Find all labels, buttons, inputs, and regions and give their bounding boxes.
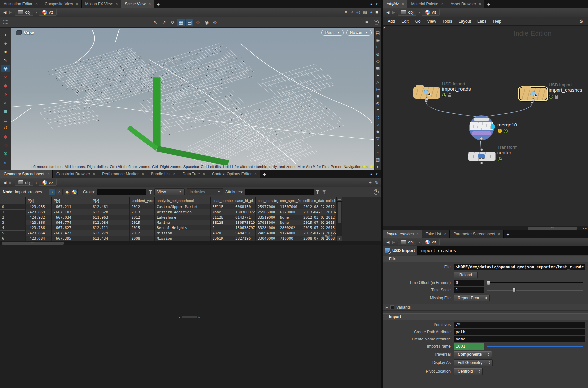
- paint-mix-icon[interactable]: ◐: [1, 99, 10, 107]
- table-cell[interactable]: 2015-07: [324, 225, 337, 230]
- table-cell[interactable]: 5484351: [233, 230, 256, 236]
- path-history-icon[interactable]: ▼: [344, 10, 348, 15]
- scrollbar-handle[interactable]: ⠿⠿: [528, 227, 577, 230]
- camera-icon[interactable]: ◉: [203, 19, 211, 26]
- radial-menu-icon[interactable]: ◎: [356, 10, 360, 15]
- table-cell[interactable]: -423.786: [26, 225, 52, 230]
- back-icon[interactable]: ◀: [386, 240, 389, 244]
- group-filter-icon[interactable]: [148, 190, 152, 194]
- viewport-canvas[interactable]: View Persp ▼ No cam ▼: [11, 28, 374, 170]
- table-cell[interactable]: -423.935: [26, 204, 52, 209]
- close-icon[interactable]: ×: [441, 2, 444, 6]
- table-cell[interactable]: 2015: [130, 225, 155, 230]
- spinner-icon[interactable]: ▲▼: [476, 368, 482, 375]
- table-cell[interactable]: 33040000: [256, 236, 278, 241]
- secure-selection-icon[interactable]: ◉: [1, 65, 10, 72]
- table-cell[interactable]: 2008: [130, 236, 155, 241]
- close-icon[interactable]: ×: [444, 232, 446, 236]
- table-cell[interactable]: -667.395: [52, 236, 91, 241]
- scrollbar-handle[interactable]: [338, 202, 341, 223]
- table-cell[interactable]: 3827196: [233, 236, 256, 241]
- menu-item[interactable]: Edit: [398, 19, 412, 24]
- breadcrumb-viz[interactable]: viz: [422, 9, 440, 16]
- view-half-icon[interactable]: ◑: [377, 142, 379, 149]
- attributes-filter-alt-icon[interactable]: [322, 190, 326, 194]
- table-cell[interactable]: 716000: [278, 236, 301, 241]
- column-overflow-icon[interactable]: ⋯: [337, 197, 342, 202]
- view-cross-icon[interactable]: ⊗: [376, 100, 380, 107]
- table-cell[interactable]: 6270000: [278, 209, 301, 215]
- menu-item[interactable]: Layout: [456, 19, 475, 24]
- scroll-left-icon[interactable]: ◂: [583, 227, 584, 230]
- table-cell[interactable]: 2015-07-02T: [301, 220, 324, 225]
- variants-section[interactable]: ▶ Variants: [383, 304, 588, 311]
- table-cell[interactable]: None: [278, 220, 301, 225]
- help-icon[interactable]: ?: [374, 20, 379, 25]
- material-sphere-icon[interactable]: ●: [370, 10, 373, 15]
- pose-tool-icon[interactable]: ◖: [1, 30, 10, 38]
- vertical-scrollbar[interactable]: ⋯ ▼: [337, 197, 342, 241]
- table-cell[interactable]: 6143771: [233, 215, 256, 220]
- breadcrumb-viz[interactable]: viz: [39, 179, 57, 186]
- display-as-dropdown[interactable]: Full Geometry ▲▼: [454, 359, 493, 366]
- radial-menu-icon[interactable]: ◎: [375, 180, 378, 185]
- time-offset-slider[interactable]: [487, 281, 583, 285]
- view-box-icon[interactable]: □: [377, 44, 379, 50]
- view-grid-icon[interactable]: ▤: [376, 29, 380, 36]
- snapping-off-icon[interactable]: ⊘: [194, 19, 202, 26]
- row-index-cell[interactable]: 1: [0, 209, 26, 215]
- wrench-icon[interactable]: ⚙: [579, 19, 583, 24]
- pivot-location-dropdown[interactable]: Centroid ▲▼: [454, 368, 483, 375]
- forward-icon[interactable]: ▶: [392, 240, 395, 244]
- input-connector[interactable]: [480, 148, 483, 151]
- table-cell[interactable]: 27015000: [256, 220, 278, 225]
- table-cell[interactable]: 612.461: [91, 204, 130, 209]
- row-index-cell[interactable]: 6: [0, 236, 26, 241]
- column-header[interactable]: accident_year: [130, 197, 155, 204]
- column-header[interactable]: collision_date: [301, 197, 324, 204]
- node-merge10[interactable]: [469, 115, 494, 140]
- pane-display-icon[interactable]: ■: [370, 2, 372, 6]
- create-path-attribute-input[interactable]: path: [454, 329, 585, 335]
- pane-tab[interactable]: Data Tree ×: [179, 170, 209, 178]
- lasso-select-icon[interactable]: ↺: [169, 19, 176, 26]
- breadcrumb-obj[interactable]: obj: [15, 9, 33, 16]
- table-cell[interactable]: 25966000: [256, 209, 278, 215]
- paint-ball-tool-icon[interactable]: ●: [1, 48, 10, 55]
- table-cell[interactable]: -667.627: [52, 225, 91, 230]
- close-icon[interactable]: ×: [47, 172, 50, 176]
- output-connector[interactable]: [480, 137, 483, 140]
- table-cell[interactable]: 612.628: [91, 209, 130, 215]
- time-scale-input[interactable]: 1: [454, 287, 484, 293]
- rig-red-icon[interactable]: ◑: [1, 90, 10, 98]
- view-points-icon[interactable]: ∷: [376, 114, 379, 121]
- orbit-tool-icon[interactable]: ↺: [1, 124, 10, 132]
- pin-icon[interactable]: ⌖: [351, 10, 353, 15]
- pane-display-icon[interactable]: ■: [370, 172, 372, 176]
- view-moon-icon[interactable]: ◐: [377, 163, 379, 170]
- close-icon[interactable]: ×: [498, 232, 500, 236]
- network-horizontal-scrollbar[interactable]: ⠿⠿ ◂ ▸: [383, 226, 588, 230]
- table-cell[interactable]: 2013-04: [324, 209, 337, 215]
- table-cell[interactable]: -667.034: [52, 215, 91, 220]
- table-row[interactable]: 3-423.866-666.774612.9842015Marina3E12E1…: [0, 220, 381, 225]
- close-icon[interactable]: ×: [479, 2, 481, 6]
- view-tri-down-icon[interactable]: ▽: [376, 135, 380, 142]
- breadcrumb-viz[interactable]: viz: [39, 9, 57, 16]
- pane-tab[interactable]: Parameter Spreadsheet ×: [450, 230, 503, 238]
- attributes-input[interactable]: [245, 189, 314, 195]
- breadcrumb-obj[interactable]: obj: [15, 179, 33, 186]
- spinner-icon[interactable]: ▲▼: [486, 360, 492, 366]
- box-tool-icon[interactable]: ■: [1, 107, 10, 115]
- globe-tool-icon[interactable]: ◐: [1, 158, 10, 166]
- view-small-icon[interactable]: ▫: [377, 149, 379, 156]
- add-tab-button[interactable]: +: [504, 230, 512, 238]
- pane-tab[interactable]: Composite View ×: [41, 0, 82, 8]
- column-header[interactable]: cnn_sgmt_fkey: [278, 197, 301, 204]
- create-name-attribute-input[interactable]: name: [454, 336, 585, 342]
- table-cell[interactable]: 25977000: [256, 204, 278, 209]
- view-dropdown[interactable]: View▼: [154, 188, 185, 195]
- table-cell[interactable]: 2013-04-13T: [301, 209, 324, 215]
- table-cell[interactable]: 2012-03-03T: [301, 215, 324, 220]
- row-index-cell[interactable]: 3: [0, 220, 26, 225]
